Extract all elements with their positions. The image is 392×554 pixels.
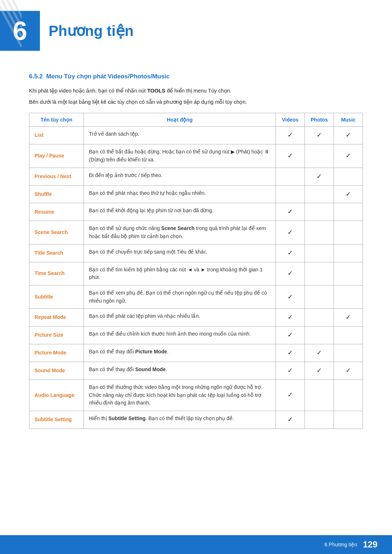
row-action: Đi đến tệp ảnh trước / tiếp theo.	[84, 168, 276, 185]
row-name: Picture Size	[29, 327, 84, 344]
row-action: Bạn có thể điều chỉnh kích thước hình ản…	[84, 327, 276, 344]
row-photos: ✓	[305, 168, 334, 185]
row-videos: ✓	[276, 144, 305, 168]
row-name: Title Search	[29, 244, 84, 262]
table-row: Sound ModeBạn có thể thay đổi Sound Mode…	[29, 362, 363, 380]
table-row: Subtitle SettingHiển thị Subtitle Settin…	[29, 411, 363, 428]
row-action: Bạn có thể phát các tệp phim và nhạc nhi…	[84, 309, 276, 327]
row-music: ✓	[334, 144, 363, 168]
row-photos	[305, 411, 334, 428]
row-name: Previous / Next	[29, 168, 84, 185]
row-name: List	[29, 127, 84, 144]
row-music	[334, 285, 363, 308]
row-music: ✓	[334, 309, 363, 327]
row-action: Bạn có thể chuyển trực tiếp sang một Tiê…	[84, 244, 276, 262]
row-photos: ✓	[305, 127, 334, 144]
table-row: Scene SearchBạn có thể sử dụng chức năng…	[29, 221, 363, 244]
row-name: Time Search	[29, 262, 84, 285]
row-photos	[305, 203, 334, 221]
row-music	[334, 244, 363, 262]
row-action: Bạn có thể sử dụng chức năng Scene Searc…	[84, 221, 276, 244]
row-photos	[305, 379, 334, 411]
row-videos: ✓	[276, 203, 305, 221]
row-name: Sound Mode	[29, 362, 84, 380]
row-action: Bạn có thể xem phụ đề. Bạn có thể chọn n…	[84, 285, 276, 308]
table-row: Time SearchBạn có thể tìm kiếm bộ phim b…	[29, 262, 363, 285]
page-footer: 6 Phương tiện 129	[0, 535, 392, 554]
row-videos: ✓	[276, 379, 305, 411]
row-photos	[305, 185, 334, 203]
col-header-photos: Photos	[305, 113, 334, 127]
row-music	[334, 327, 363, 344]
row-action: Bạn có thể thay đổi Picture Mode.	[84, 344, 276, 362]
row-videos: ✓	[276, 362, 305, 380]
row-music: ✓	[334, 185, 363, 203]
row-music	[334, 411, 363, 428]
row-name: Shuffle	[29, 185, 84, 203]
table-row: SubtitleBạn có thể xem phụ đề. Bạn có th…	[29, 285, 363, 308]
intro-line1: Khi phát tệp video hoặc ảnh, bạn có thể …	[29, 87, 363, 95]
footer-page-number: 129	[363, 539, 377, 550]
row-name: Resume	[29, 203, 84, 221]
row-photos	[305, 144, 334, 168]
row-music	[334, 344, 363, 362]
table-row: ShuffleBạn có thể phát nhạc theo thứ tự …	[29, 185, 363, 203]
row-videos: ✓	[276, 285, 305, 308]
page-header: 6 Phương tiện	[0, 0, 392, 58]
table-row: Audio LanguageBạn có thể thưởng thức vid…	[29, 379, 363, 411]
table-row: Play / PauseBạn có thể bắt đầu hoặc dừng…	[29, 144, 363, 168]
row-music: ✓	[334, 127, 363, 144]
row-photos: ✓	[305, 344, 334, 362]
row-videos: ✓	[276, 411, 305, 428]
row-photos	[305, 327, 334, 344]
row-music	[334, 203, 363, 221]
row-name: Play / Pause	[29, 144, 84, 168]
header-decoration	[0, 0, 22, 47]
row-name: Picture Mode	[29, 344, 84, 362]
intro-line2: Bên dưới là một loạt bảng liệt kê các tù…	[29, 98, 363, 106]
row-videos	[276, 185, 305, 203]
row-videos	[276, 168, 305, 185]
row-photos	[305, 285, 334, 308]
row-music	[334, 262, 363, 285]
col-header-action: Hoạt động	[84, 113, 276, 127]
row-videos: ✓	[276, 221, 305, 244]
row-videos: ✓	[276, 327, 305, 344]
row-name: Audio Language	[29, 379, 84, 411]
row-action: Bạn có thể khởi động lại tệp phim từ nơi…	[84, 203, 276, 221]
row-name: Subtitle Setting	[29, 411, 84, 428]
row-action: Hiển thị Subtitle Setting. Bạn có thể th…	[84, 411, 276, 428]
row-action: Bạn có thể thưởng thức video bằng một tr…	[84, 379, 276, 411]
row-name: Repeat Mode	[29, 309, 84, 327]
row-photos	[305, 262, 334, 285]
row-photos	[305, 309, 334, 327]
row-action: Bạn có thể thay đổi Sound Mode.	[84, 362, 276, 380]
table-row: ListTrở về danh sách tệp.✓✓✓	[29, 127, 363, 144]
section-title: 6.5.2 Menu Tùy chọn phát Videos/Photos/M…	[29, 73, 363, 80]
row-music	[334, 168, 363, 185]
row-videos: ✓	[276, 244, 305, 262]
col-header-music: Music	[334, 113, 363, 127]
row-music	[334, 221, 363, 244]
options-table: Tên tùy chọn Hoạt động Videos Photos Mus…	[29, 113, 363, 428]
row-action: Bạn có thể phát nhạc theo thứ tự hoặc ng…	[84, 185, 276, 203]
row-name: Scene Search	[29, 221, 84, 244]
row-videos: ✓	[276, 344, 305, 362]
row-action: Bạn có thể tìm kiếm bộ phim bằng các nút…	[84, 262, 276, 285]
chapter-title: Phương tiện	[49, 22, 134, 39]
row-photos	[305, 221, 334, 244]
table-row: Picture SizeBạn có thể điều chỉnh kích t…	[29, 327, 363, 344]
row-videos: ✓	[276, 309, 305, 327]
row-name: Subtitle	[29, 285, 84, 308]
page-content: 6.5.2 Menu Tùy chọn phát Videos/Photos/M…	[0, 73, 392, 451]
col-header-videos: Videos	[276, 113, 305, 127]
row-photos	[305, 244, 334, 262]
table-row: ResumeBạn có thể khởi động lại tệp phim …	[29, 203, 363, 221]
table-row: Title SearchBạn có thể chuyển trực tiếp …	[29, 244, 363, 262]
table-row: Picture ModeBạn có thể thay đổi Picture …	[29, 344, 363, 362]
table-row: Repeat ModeBạn có thể phát các tệp phim …	[29, 309, 363, 327]
row-action: Bạn có thể bắt đầu hoặc dừng. Hoặc bạn c…	[84, 144, 276, 168]
row-photos: ✓	[305, 362, 334, 380]
row-videos: ✓	[276, 262, 305, 285]
col-header-name: Tên tùy chọn	[29, 113, 84, 127]
